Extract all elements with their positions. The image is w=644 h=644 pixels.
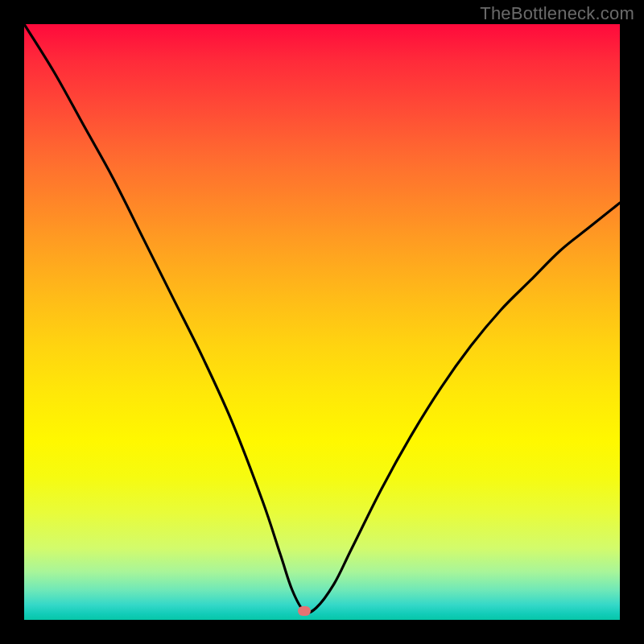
bottleneck-curve	[24, 24, 620, 620]
plot-area	[24, 24, 620, 620]
watermark-text: TheBottleneck.com	[480, 3, 634, 24]
optimal-marker	[298, 606, 311, 616]
chart-frame: TheBottleneck.com	[0, 0, 644, 644]
